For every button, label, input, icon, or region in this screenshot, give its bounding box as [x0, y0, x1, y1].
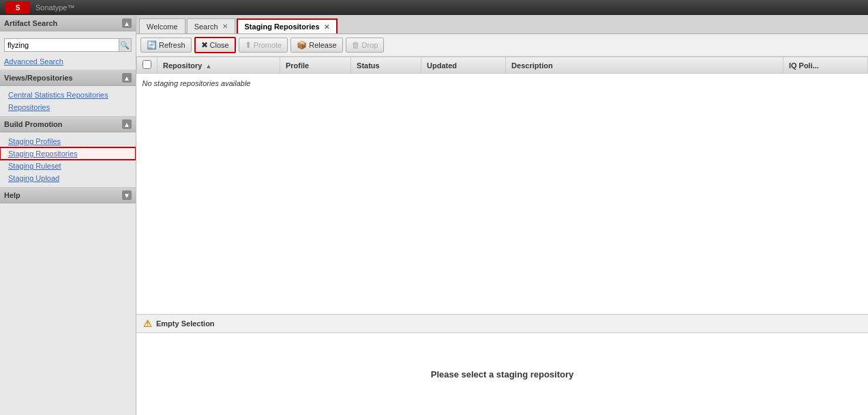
col-iq-policy-label: IQ Poli...: [789, 61, 819, 70]
sidebar-item-staging-ruleset[interactable]: Staging Ruleset: [0, 160, 136, 172]
col-updated[interactable]: Updated: [421, 57, 506, 74]
views-repositories-content: Central Statistics Repositories Reposito…: [0, 86, 136, 116]
close-button[interactable]: ✖ Close: [194, 37, 236, 53]
release-icon: 📦: [297, 40, 307, 50]
tab-search-close[interactable]: ✕: [222, 23, 228, 30]
views-repositories-title: Views/Repositories: [4, 74, 73, 82]
drop-label: Drop: [362, 41, 378, 49]
artifact-search-toggle[interactable]: ▲: [122, 18, 132, 28]
release-label: Release: [309, 41, 336, 49]
views-repositories-toggle[interactable]: ▲: [122, 73, 132, 83]
topbar: S Sonatype™: [0, 0, 868, 15]
sidebar-item-central-statistics[interactable]: Central Statistics Repositories: [0, 89, 136, 101]
sort-arrow-repository: ▲: [206, 63, 212, 70]
please-select-text: Please select a staging repository: [431, 369, 574, 380]
no-data-message: No staging repositories available: [137, 74, 868, 94]
tab-search[interactable]: Search ✕: [187, 18, 235, 33]
tab-bar: Welcome Search ✕ Staging Repositories ✕: [136, 15, 868, 34]
col-description[interactable]: Description: [506, 57, 783, 74]
warning-icon: ⚠: [143, 318, 152, 329]
col-updated-label: Updated: [427, 61, 457, 70]
repositories-table: Repository ▲ Profile Status Updated: [136, 57, 868, 93]
close-label: Close: [210, 41, 229, 49]
sidebar-item-staging-profiles[interactable]: Staging Profiles: [0, 135, 136, 147]
drop-button[interactable]: 🗑 Drop: [346, 38, 385, 53]
views-repositories-section-header[interactable]: Views/Repositories ▲: [0, 70, 136, 86]
sidebar: Artifact Search ▲ 🔍 Advanced Search View…: [0, 15, 136, 415]
advanced-search-link[interactable]: Advanced Search: [0, 56, 136, 67]
artifact-search-section-header[interactable]: Artifact Search ▲: [0, 15, 136, 31]
tab-staging-repositories-label: Staging Repositories: [245, 23, 320, 31]
col-profile-label: Profile: [286, 61, 309, 70]
select-all-checkbox[interactable]: [143, 60, 151, 69]
build-promotion-content: Staging Profiles Staging Repositories St…: [0, 132, 136, 187]
build-promotion-toggle[interactable]: ▲: [122, 119, 132, 129]
col-repository-label: Repository: [163, 61, 202, 70]
tab-staging-repositories[interactable]: Staging Repositories ✕: [237, 18, 338, 33]
close-icon: ✖: [201, 40, 208, 50]
staging-message: Please select a staging repository: [136, 333, 868, 415]
brand-name: Sonatype™: [35, 3, 74, 12]
refresh-icon: 🔄: [147, 40, 157, 50]
refresh-label: Refresh: [159, 41, 185, 49]
tab-welcome[interactable]: Welcome: [139, 18, 185, 33]
promote-label: Promote: [254, 41, 282, 49]
col-status[interactable]: Status: [351, 57, 421, 74]
content-area: Welcome Search ✕ Staging Repositories ✕ …: [136, 15, 868, 415]
artifact-search-title: Artifact Search: [4, 19, 57, 27]
promote-icon: ⬆: [245, 40, 252, 50]
sidebar-item-staging-repositories[interactable]: Staging Repositories: [0, 147, 136, 160]
no-data-row: No staging repositories available: [137, 74, 868, 94]
sidebar-item-staging-upload[interactable]: Staging Upload: [0, 172, 136, 184]
col-profile[interactable]: Profile: [280, 57, 350, 74]
build-promotion-section-header[interactable]: Build Promotion ▲: [0, 116, 136, 132]
tab-staging-repositories-close[interactable]: ✕: [324, 23, 329, 31]
help-title: Help: [4, 191, 20, 199]
artifact-search-content: 🔍 Advanced Search: [0, 31, 136, 70]
bottom-panel: ⚠ Empty Selection Please select a stagin…: [136, 314, 868, 415]
repositories-table-container: Repository ▲ Profile Status Updated: [136, 57, 868, 314]
refresh-button[interactable]: 🔄 Refresh: [140, 38, 192, 53]
promote-button[interactable]: ⬆ Promote: [239, 38, 288, 53]
drop-icon: 🗑: [352, 40, 360, 50]
tab-search-label: Search: [194, 23, 218, 31]
logo: S: [5, 1, 30, 14]
search-icon-btn[interactable]: 🔍: [119, 38, 132, 52]
tab-welcome-label: Welcome: [147, 23, 178, 31]
help-toggle[interactable]: ▼: [122, 190, 132, 200]
search-input[interactable]: [4, 38, 119, 52]
toolbar: 🔄 Refresh ✖ Close ⬆ Promote 📦 Release 🗑: [136, 34, 868, 57]
build-promotion-title: Build Promotion: [4, 120, 63, 128]
help-section-header[interactable]: Help ▼: [0, 187, 136, 203]
col-repository[interactable]: Repository ▲: [158, 57, 280, 74]
empty-selection-label: Empty Selection: [156, 319, 215, 328]
col-iq-policy[interactable]: IQ Poli...: [783, 57, 867, 74]
col-description-label: Description: [511, 61, 553, 70]
logo-text: S: [16, 4, 20, 12]
col-status-label: Status: [357, 61, 380, 70]
release-button[interactable]: 📦 Release: [290, 38, 342, 53]
sidebar-item-repositories[interactable]: Repositories: [0, 101, 136, 113]
col-checkbox[interactable]: [137, 57, 158, 74]
empty-selection-bar: ⚠ Empty Selection: [136, 315, 868, 333]
